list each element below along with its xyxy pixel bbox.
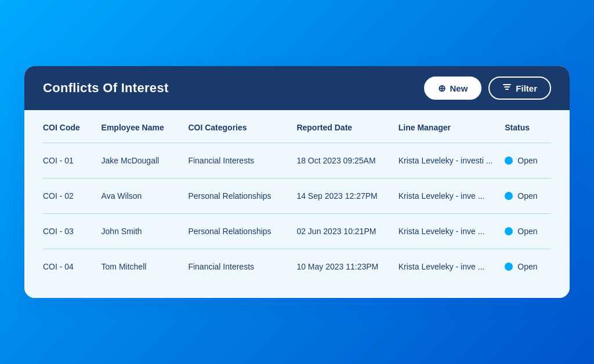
col-header-name: Employee Name — [97, 110, 184, 143]
cell-date: 18 Oct 2023 09:25AM — [292, 143, 393, 179]
status-dot — [505, 192, 513, 200]
status-label: Open — [517, 227, 537, 236]
cell-code: COI - 04 — [43, 249, 97, 285]
cell-category: Financial Interests — [183, 249, 292, 285]
card-header: Conflicts Of Interest ⊕ New Filter — [24, 66, 570, 110]
cell-date: 14 Sep 2023 12:27PM — [292, 179, 393, 214]
cell-code: COI - 01 — [43, 143, 97, 179]
status-label: Open — [517, 156, 537, 165]
filter-icon — [502, 82, 512, 94]
cell-category: Personal Relationships — [183, 179, 292, 214]
status-label: Open — [517, 262, 537, 271]
new-button-label: New — [450, 83, 468, 93]
cell-code: COI - 03 — [43, 214, 97, 249]
plus-icon: ⊕ — [438, 83, 446, 94]
table-row[interactable]: COI - 03John SmithPersonal Relationships… — [43, 214, 551, 249]
status-dot — [505, 156, 513, 165]
cell-manager: Krista Leveleky - inve ... — [394, 249, 501, 285]
cell-status: Open — [500, 179, 551, 214]
main-card: Conflicts Of Interest ⊕ New Filter COI C… — [24, 66, 570, 298]
table-row[interactable]: COI - 04Tom MitchellFinancial Interests1… — [43, 249, 551, 285]
col-header-code: COI Code — [43, 110, 97, 143]
col-header-date: Reported Date — [292, 110, 393, 143]
coi-table: COI Code Employee Name COI Categories Re… — [43, 110, 551, 284]
cell-manager: Krista Leveleky - investi ... — [394, 143, 501, 179]
status-dot — [505, 227, 513, 235]
cell-category: Personal Relationships — [183, 214, 292, 249]
col-header-manager: Line Manager — [394, 110, 501, 143]
status-label: Open — [517, 191, 537, 201]
cell-manager: Krista Leveleky - inve ... — [394, 214, 501, 249]
status-dot — [505, 263, 513, 271]
col-header-cat: COI Categories — [183, 110, 292, 143]
cell-date: 10 May 2023 11:23PM — [292, 249, 393, 285]
cell-status: Open — [500, 249, 551, 285]
table-header-row: COI Code Employee Name COI Categories Re… — [43, 110, 551, 143]
cell-status: Open — [500, 143, 551, 179]
cell-name: Ava Wilson — [97, 179, 184, 214]
new-button[interactable]: ⊕ New — [424, 77, 481, 100]
cell-name: Tom Mitchell — [97, 249, 184, 285]
table-row[interactable]: COI - 01Jake McDougallFinancial Interest… — [43, 143, 551, 179]
cell-category: Financial Interests — [183, 143, 292, 179]
card-body: COI Code Employee Name COI Categories Re… — [24, 110, 570, 298]
cell-code: COI - 02 — [43, 179, 97, 214]
filter-button[interactable]: Filter — [488, 77, 551, 100]
table-row[interactable]: COI - 02Ava WilsonPersonal Relationships… — [43, 179, 551, 214]
col-header-status: Status — [500, 110, 551, 143]
cell-manager: Krista Leveleky - inve ... — [394, 179, 501, 214]
cell-name: John Smith — [97, 214, 184, 249]
cell-name: Jake McDougall — [97, 143, 184, 179]
cell-status: Open — [500, 214, 551, 249]
filter-button-label: Filter — [516, 83, 537, 93]
cell-date: 02 Jun 2023 10:21PM — [292, 214, 393, 249]
header-actions: ⊕ New Filter — [424, 77, 551, 100]
page-title: Conflicts Of Interest — [43, 81, 169, 96]
